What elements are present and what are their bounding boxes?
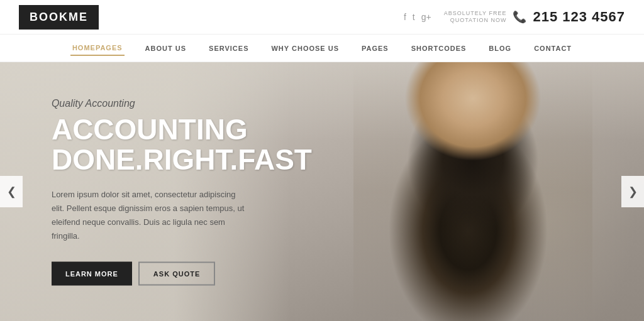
hero-woman-figure <box>353 62 592 321</box>
hero-section: Quality Accounting ACCOUNTING DONE.RIGHT… <box>0 62 644 321</box>
phone-number: 215 123 4567 <box>533 9 625 25</box>
hero-content: Quality Accounting ACCOUNTING DONE.RIGHT… <box>52 98 303 286</box>
quotation-text: ABSOLUTELY FREE QUOTATION NOW <box>444 10 507 24</box>
slider-arrow-left[interactable]: ❮ <box>0 176 23 207</box>
slider-arrow-right[interactable]: ❯ <box>621 176 644 207</box>
phone-section: ABSOLUTELY FREE QUOTATION NOW 📞 215 123 … <box>444 9 625 25</box>
hero-title-line1: ACCOUNTING <box>52 113 248 146</box>
arrow-left-icon: ❮ <box>7 185 16 199</box>
nav-item-homepages[interactable]: HOMEPAGES <box>70 41 125 56</box>
nav-item-services[interactable]: SERVICES <box>207 41 250 55</box>
nav-item-pages[interactable]: PAGES <box>360 41 391 55</box>
logo-text: BOOKME <box>30 11 88 23</box>
hero-description: Lorem ipsum dolor sit amet, consectetur … <box>52 187 247 242</box>
arrow-right-icon: ❯ <box>628 185 638 199</box>
phone-icon: 📞 <box>513 10 526 24</box>
nav-item-blog[interactable]: BLOG <box>487 41 513 55</box>
social-phone-area: f t g+ ABSOLUTELY FREE QUOTATION NOW 📞 2… <box>404 9 625 25</box>
hero-buttons: LEARN MORE ASK QUOTE <box>52 261 303 285</box>
logo[interactable]: BOOKME <box>19 5 99 30</box>
navbar: HOMEPAGES ABOUT US SERVICES WHY CHOOSE U… <box>0 35 644 62</box>
nav-item-about[interactable]: ABOUT US <box>143 41 188 55</box>
nav-item-contact[interactable]: CONTACT <box>532 41 574 55</box>
nav-item-shortcodes[interactable]: SHORTCODES <box>409 41 469 55</box>
hero-title: ACCOUNTING DONE.RIGHT.FAST <box>52 114 303 175</box>
hero-subtitle: Quality Accounting <box>52 98 303 109</box>
twitter-icon[interactable]: t <box>413 12 415 22</box>
quotation-line1: ABSOLUTELY FREE <box>444 10 507 17</box>
quotation-line2: QUOTATION NOW <box>444 17 507 24</box>
googleplus-icon[interactable]: g+ <box>421 12 431 22</box>
hero-title-line2: DONE.RIGHT.FAST <box>52 143 312 176</box>
ask-quote-button[interactable]: ASK QUOTE <box>138 261 215 285</box>
facebook-icon[interactable]: f <box>404 12 406 22</box>
learn-more-button[interactable]: LEARN MORE <box>52 261 132 285</box>
nav-item-why-choose[interactable]: WHY CHOOSE US <box>269 41 341 55</box>
top-bar: BOOKME f t g+ ABSOLUTELY FREE QUOTATION … <box>0 0 644 35</box>
social-icons: f t g+ <box>404 12 431 22</box>
